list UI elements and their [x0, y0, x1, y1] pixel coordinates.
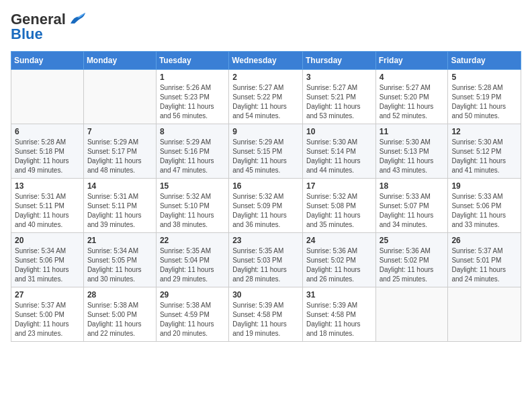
day-info: Sunrise: 5:26 AM Sunset: 5:23 PM Dayligh… — [160, 83, 225, 121]
header-saturday: Saturday — [448, 52, 521, 70]
calendar-cell: 15Sunrise: 5:32 AM Sunset: 5:10 PM Dayli… — [156, 179, 228, 233]
calendar-cell: 29Sunrise: 5:38 AM Sunset: 4:59 PM Dayli… — [156, 287, 228, 342]
calendar-cell: 11Sunrise: 5:30 AM Sunset: 5:13 PM Dayli… — [375, 124, 448, 179]
calendar-cell: 27Sunrise: 5:37 AM Sunset: 5:00 PM Dayli… — [11, 287, 84, 342]
calendar-cell: 16Sunrise: 5:32 AM Sunset: 5:09 PM Dayli… — [229, 179, 303, 233]
day-number: 11 — [380, 127, 445, 136]
day-number: 18 — [380, 181, 445, 191]
header-wednesday: Wednesday — [229, 52, 303, 70]
day-info: Sunrise: 5:31 AM Sunset: 5:11 PM Dayligh… — [87, 192, 152, 230]
calendar-cell: 14Sunrise: 5:31 AM Sunset: 5:11 PM Dayli… — [83, 179, 156, 233]
calendar-cell: 18Sunrise: 5:33 AM Sunset: 5:07 PM Dayli… — [375, 179, 448, 233]
calendar-header-row: SundayMondayTuesdayWednesdayThursdayFrid… — [11, 52, 521, 70]
day-number: 3 — [306, 73, 372, 82]
day-number: 20 — [15, 236, 80, 245]
day-number: 15 — [160, 181, 225, 191]
day-number: 16 — [232, 181, 299, 191]
day-info: Sunrise: 5:33 AM Sunset: 5:06 PM Dayligh… — [451, 192, 517, 230]
calendar-cell: 5Sunrise: 5:28 AM Sunset: 5:19 PM Daylig… — [448, 70, 521, 124]
calendar-table: SundayMondayTuesdayWednesdayThursdayFrid… — [11, 51, 521, 342]
logo: General Blue — [11, 11, 87, 43]
day-info: Sunrise: 5:34 AM Sunset: 5:05 PM Dayligh… — [87, 246, 152, 284]
day-number: 7 — [87, 127, 152, 136]
calendar-cell: 17Sunrise: 5:32 AM Sunset: 5:08 PM Dayli… — [302, 179, 375, 233]
calendar-cell: 22Sunrise: 5:35 AM Sunset: 5:04 PM Dayli… — [156, 233, 228, 287]
day-info: Sunrise: 5:38 AM Sunset: 4:59 PM Dayligh… — [160, 301, 225, 338]
day-number: 26 — [451, 236, 517, 245]
day-number: 4 — [380, 73, 445, 82]
logo-text-blue: Blue — [11, 26, 43, 43]
calendar-cell: 31Sunrise: 5:39 AM Sunset: 4:58 PM Dayli… — [302, 287, 375, 342]
calendar-cell: 20Sunrise: 5:34 AM Sunset: 5:06 PM Dayli… — [11, 233, 84, 287]
calendar-cell: 7Sunrise: 5:29 AM Sunset: 5:17 PM Daylig… — [83, 124, 156, 179]
header-sunday: Sunday — [11, 52, 84, 70]
day-number: 24 — [306, 236, 372, 245]
calendar-cell: 19Sunrise: 5:33 AM Sunset: 5:06 PM Dayli… — [448, 179, 521, 233]
calendar-cell: 10Sunrise: 5:30 AM Sunset: 5:14 PM Dayli… — [302, 124, 375, 179]
day-number: 30 — [232, 290, 299, 300]
calendar-cell: 2Sunrise: 5:27 AM Sunset: 5:22 PM Daylig… — [229, 70, 303, 124]
week-row-4: 20Sunrise: 5:34 AM Sunset: 5:06 PM Dayli… — [11, 233, 521, 287]
day-info: Sunrise: 5:28 AM Sunset: 5:18 PM Dayligh… — [15, 138, 80, 175]
day-number: 28 — [87, 290, 152, 300]
day-info: Sunrise: 5:32 AM Sunset: 5:09 PM Dayligh… — [232, 192, 299, 230]
calendar-cell: 24Sunrise: 5:36 AM Sunset: 5:02 PM Dayli… — [302, 233, 375, 287]
day-info: Sunrise: 5:29 AM Sunset: 5:17 PM Dayligh… — [87, 138, 152, 175]
day-number: 23 — [232, 236, 299, 245]
calendar-cell: 6Sunrise: 5:28 AM Sunset: 5:18 PM Daylig… — [11, 124, 84, 179]
calendar-cell: 12Sunrise: 5:30 AM Sunset: 5:12 PM Dayli… — [448, 124, 521, 179]
calendar-cell: 23Sunrise: 5:35 AM Sunset: 5:03 PM Dayli… — [229, 233, 303, 287]
header-friday: Friday — [375, 52, 448, 70]
day-info: Sunrise: 5:30 AM Sunset: 5:13 PM Dayligh… — [380, 138, 445, 175]
calendar-cell: 26Sunrise: 5:37 AM Sunset: 5:01 PM Dayli… — [448, 233, 521, 287]
day-number: 22 — [160, 236, 225, 245]
day-info: Sunrise: 5:27 AM Sunset: 5:21 PM Dayligh… — [306, 83, 372, 121]
page-header: General Blue — [11, 11, 521, 43]
week-row-3: 13Sunrise: 5:31 AM Sunset: 5:11 PM Dayli… — [11, 179, 521, 233]
week-row-5: 27Sunrise: 5:37 AM Sunset: 5:00 PM Dayli… — [11, 287, 521, 342]
calendar-cell: 8Sunrise: 5:29 AM Sunset: 5:16 PM Daylig… — [156, 124, 228, 179]
calendar-cell — [11, 70, 84, 124]
day-info: Sunrise: 5:37 AM Sunset: 5:00 PM Dayligh… — [15, 301, 80, 338]
day-info: Sunrise: 5:33 AM Sunset: 5:07 PM Dayligh… — [380, 192, 445, 230]
day-info: Sunrise: 5:35 AM Sunset: 5:03 PM Dayligh… — [232, 246, 299, 284]
calendar-cell — [83, 70, 156, 124]
day-info: Sunrise: 5:32 AM Sunset: 5:10 PM Dayligh… — [160, 192, 225, 230]
day-info: Sunrise: 5:29 AM Sunset: 5:16 PM Dayligh… — [160, 138, 225, 175]
calendar-cell — [448, 287, 521, 342]
day-number: 9 — [232, 127, 299, 136]
day-number: 31 — [306, 290, 372, 300]
day-info: Sunrise: 5:32 AM Sunset: 5:08 PM Dayligh… — [306, 192, 372, 230]
day-info: Sunrise: 5:39 AM Sunset: 4:58 PM Dayligh… — [232, 301, 299, 338]
day-number: 2 — [232, 73, 299, 82]
day-number: 19 — [451, 181, 517, 191]
day-info: Sunrise: 5:27 AM Sunset: 5:20 PM Dayligh… — [380, 83, 445, 121]
day-info: Sunrise: 5:36 AM Sunset: 5:02 PM Dayligh… — [380, 246, 445, 284]
calendar-cell: 25Sunrise: 5:36 AM Sunset: 5:02 PM Dayli… — [375, 233, 448, 287]
day-info: Sunrise: 5:35 AM Sunset: 5:04 PM Dayligh… — [160, 246, 225, 284]
day-number: 13 — [15, 181, 80, 191]
day-info: Sunrise: 5:39 AM Sunset: 4:58 PM Dayligh… — [306, 301, 372, 338]
day-number: 12 — [451, 127, 517, 136]
logo-bird-icon — [68, 11, 87, 26]
week-row-1: 1Sunrise: 5:26 AM Sunset: 5:23 PM Daylig… — [11, 70, 521, 124]
calendar-cell: 3Sunrise: 5:27 AM Sunset: 5:21 PM Daylig… — [302, 70, 375, 124]
day-number: 17 — [306, 181, 372, 191]
week-row-2: 6Sunrise: 5:28 AM Sunset: 5:18 PM Daylig… — [11, 124, 521, 179]
day-info: Sunrise: 5:36 AM Sunset: 5:02 PM Dayligh… — [306, 246, 372, 284]
day-number: 1 — [160, 73, 225, 82]
calendar-cell: 21Sunrise: 5:34 AM Sunset: 5:05 PM Dayli… — [83, 233, 156, 287]
day-number: 14 — [87, 181, 152, 191]
calendar-cell: 9Sunrise: 5:29 AM Sunset: 5:15 PM Daylig… — [229, 124, 303, 179]
day-number: 6 — [15, 127, 80, 136]
calendar-cell: 4Sunrise: 5:27 AM Sunset: 5:20 PM Daylig… — [375, 70, 448, 124]
day-info: Sunrise: 5:38 AM Sunset: 5:00 PM Dayligh… — [87, 301, 152, 338]
day-info: Sunrise: 5:31 AM Sunset: 5:11 PM Dayligh… — [15, 192, 80, 230]
calendar-cell: 30Sunrise: 5:39 AM Sunset: 4:58 PM Dayli… — [229, 287, 303, 342]
day-info: Sunrise: 5:30 AM Sunset: 5:12 PM Dayligh… — [451, 138, 517, 175]
calendar-cell: 1Sunrise: 5:26 AM Sunset: 5:23 PM Daylig… — [156, 70, 228, 124]
calendar-cell: 13Sunrise: 5:31 AM Sunset: 5:11 PM Dayli… — [11, 179, 84, 233]
day-number: 27 — [15, 290, 80, 300]
day-info: Sunrise: 5:29 AM Sunset: 5:15 PM Dayligh… — [232, 138, 299, 175]
day-number: 29 — [160, 290, 225, 300]
